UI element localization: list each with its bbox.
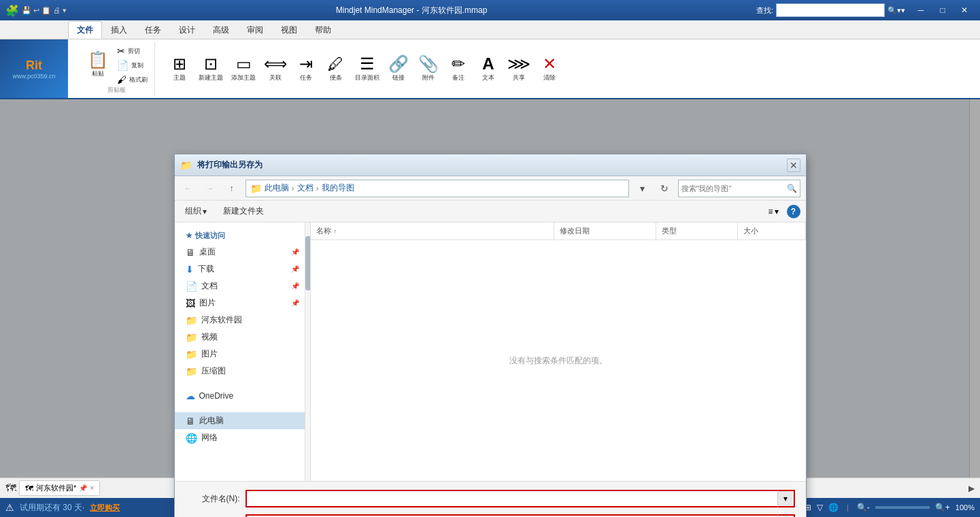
tab-view[interactable]: 视图 xyxy=(272,21,306,39)
format-brush-label: 格式刷 xyxy=(129,76,148,84)
filename-label: 文件名(N): xyxy=(186,493,240,505)
sidebar-item-pictures[interactable]: 🖼 图片 📌 xyxy=(175,295,310,312)
downloads-label: 下载 xyxy=(198,263,214,275)
tab-task[interactable]: 任务 xyxy=(136,21,170,39)
share-button[interactable]: ⋙ 共享 xyxy=(505,54,533,84)
status-icon: ⚠ xyxy=(5,502,14,513)
col-name-label: 名称 xyxy=(316,226,331,236)
sidebar-item-videos[interactable]: 📁 视频 xyxy=(175,329,310,346)
topic-icon: ⊞ xyxy=(173,56,186,72)
col-type-label: 类型 xyxy=(662,226,677,236)
zoom-bar[interactable] xyxy=(875,506,930,509)
add-topic-button[interactable]: ▭ 添加主题 xyxy=(229,54,258,84)
sidebar-item-hedong[interactable]: 📁 河东软件园 xyxy=(175,312,310,329)
tab-review[interactable]: 审阅 xyxy=(238,21,272,39)
col-header-size[interactable]: 大小 xyxy=(738,222,806,239)
attach-button[interactable]: 📎 附件 xyxy=(415,54,442,84)
dialog-sidebar: ★ 快速访问 🖥 桌面 📌 ⬇ 下载 📌 📄 xyxy=(175,222,311,481)
save-dialog: 📁 将打印输出另存为 ✕ ← → ↑ 📁 此电脑 › 文档 › 我的导图 ▾ xyxy=(174,154,807,517)
text-label: 文本 xyxy=(482,73,494,82)
sidebar-scrollbar[interactable] xyxy=(305,222,310,481)
add-topic-icon: ▭ xyxy=(236,56,252,72)
filename-input[interactable] xyxy=(246,490,777,507)
buy-link[interactable]: 立即购买 xyxy=(90,503,120,513)
sidebar-item-desktop[interactable]: 🖥 桌面 📌 xyxy=(175,244,310,261)
dialog-search-icon: 🔍 xyxy=(787,184,797,193)
clear-button[interactable]: ✕ 清除 xyxy=(536,54,563,84)
sidebar-item-onedrive[interactable]: ☁ OneDrive xyxy=(175,388,310,404)
path-part-1[interactable]: 此电脑 xyxy=(265,182,289,194)
new-topic-label: 新建主题 xyxy=(199,73,223,82)
nav-up-button[interactable]: ↑ xyxy=(224,180,240,197)
note-button[interactable]: 🖊 便条 xyxy=(322,54,350,84)
onedrive-label: OneDrive xyxy=(199,391,234,401)
tab-file[interactable]: 文件 xyxy=(68,21,102,39)
dialog-toolbar2: 组织 ▾ 新建文件夹 ≡ ▾ ? xyxy=(175,201,806,222)
tab-item-hedong[interactable]: 🗺 河东软件园* 📌 × xyxy=(19,480,100,496)
tab-design[interactable]: 设计 xyxy=(170,21,204,39)
logo-symbol: Rit xyxy=(26,59,42,73)
sidebar-item-network[interactable]: 🌐 网络 xyxy=(175,429,310,446)
downloads-pin-icon: 📌 xyxy=(291,265,299,273)
copy-button[interactable]: 📄 复制 xyxy=(116,59,149,71)
sidebar-item-documents[interactable]: 📄 文档 📌 xyxy=(175,278,310,295)
note2-button[interactable]: ✏ 备注 xyxy=(445,54,472,84)
help-button[interactable]: ? xyxy=(787,205,800,218)
zoom-in-button[interactable]: 🔍+ xyxy=(935,503,950,512)
path-part-3[interactable]: 我的导图 xyxy=(322,182,354,194)
close-button[interactable]: ✕ xyxy=(954,3,975,17)
format-brush-button[interactable]: 🖌 格式刷 xyxy=(116,73,149,86)
search-input[interactable] xyxy=(776,3,885,17)
tab-help[interactable]: 帮助 xyxy=(306,21,340,39)
map-icon-status: 🌐 xyxy=(828,503,839,512)
tab-scroll-right-icon[interactable]: ▶ xyxy=(968,484,975,493)
filetype-dropdown-button[interactable]: ▾ xyxy=(777,514,795,517)
sidebar-item-thispc[interactable]: 🖥 此电脑 xyxy=(175,412,310,429)
path-dropdown-button[interactable]: ▾ xyxy=(635,180,651,197)
tab-insert[interactable]: 插入 xyxy=(102,21,136,39)
new-tab-icon[interactable]: 🗺 xyxy=(5,482,16,495)
view-arrow-icon: ▾ xyxy=(775,207,779,216)
clipboard-group: 📋 粘贴 ✂ 剪切 📄 复制 🖌 格式刷 剪贴板 xyxy=(79,41,155,96)
relation-button[interactable]: ⟺ 关联 xyxy=(261,54,290,84)
sidebar-item-compressed[interactable]: 📁 压缩图 xyxy=(175,363,310,380)
path-refresh-button[interactable]: ↻ xyxy=(656,180,673,197)
filter-icon-status: ▽ xyxy=(817,503,823,512)
task-button[interactable]: ⇥ 任务 xyxy=(292,54,320,84)
maximize-button[interactable]: □ xyxy=(932,3,953,17)
new-topic-icon: ⊡ xyxy=(204,56,218,72)
tab-close-button[interactable]: × xyxy=(90,484,94,492)
zoom-separator: | xyxy=(847,503,849,512)
sidebar-item-downloads[interactable]: ⬇ 下载 📌 xyxy=(175,261,310,278)
sidebar-item-pictures2[interactable]: 📁 图片 xyxy=(175,346,310,363)
text-button[interactable]: A 文本 xyxy=(475,54,502,84)
filename-dropdown-button[interactable]: ▾ xyxy=(777,490,795,507)
organize-button[interactable]: 组织 ▾ xyxy=(180,203,212,219)
tab-advanced[interactable]: 高级 xyxy=(204,21,238,39)
col-header-date[interactable]: 修改日期 xyxy=(554,222,656,239)
topic-label: 主题 xyxy=(173,73,186,82)
topic-button[interactable]: ⊞ 主题 xyxy=(166,54,193,84)
filetype-row: 保存类型(T): PDF 文档(*.pdf) ▾ xyxy=(186,514,795,517)
link-button[interactable]: 🔗 链接 xyxy=(385,54,412,84)
toc-button[interactable]: ☰ 目录面积 xyxy=(352,54,382,84)
dialog-close-button[interactable]: ✕ xyxy=(787,159,800,172)
relation-icon: ⟺ xyxy=(264,56,287,72)
col-header-type[interactable]: 类型 xyxy=(656,222,738,239)
nav-back-button[interactable]: ← xyxy=(180,180,197,197)
new-topic-button[interactable]: ⊡ 新建主题 xyxy=(196,54,226,84)
search-box: 🔍 xyxy=(678,180,800,197)
paste-button[interactable]: 📋 粘贴 xyxy=(84,50,112,80)
dialog-search-input[interactable] xyxy=(681,184,784,193)
nav-forward-button[interactable]: → xyxy=(202,180,218,197)
search-area: 查找: 🔍▾▾ xyxy=(756,3,905,17)
col-header-name[interactable]: 名称 ↑ xyxy=(311,222,554,239)
window-controls: ─ □ ✕ xyxy=(911,3,975,17)
cut-button[interactable]: ✂ 剪切 xyxy=(116,44,149,57)
path-part-2[interactable]: 文档 xyxy=(297,182,314,194)
view-button[interactable]: ≡ ▾ xyxy=(765,205,781,218)
minimize-button[interactable]: ─ xyxy=(911,3,931,17)
zoom-out-button[interactable]: 🔍- xyxy=(857,503,870,512)
new-folder-button[interactable]: 新建文件夹 xyxy=(217,203,270,219)
ribbon-body: Rit www.pc0359.cn 📋 粘贴 ✂ 剪切 📄 复制 🖌 xyxy=(0,39,980,99)
